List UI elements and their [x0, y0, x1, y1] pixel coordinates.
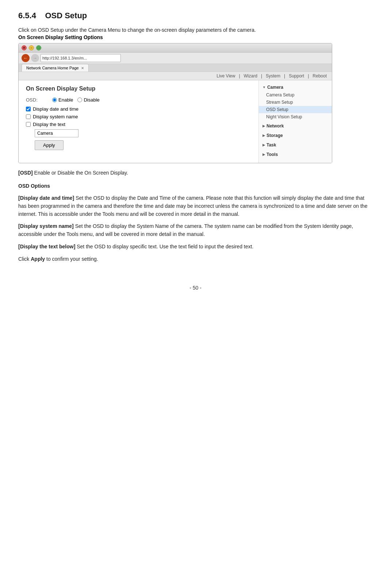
display-text-text: Set the OSD to display specific text. Us… [77, 244, 253, 249]
sidebar-tools-header[interactable]: ▶ Tools [259, 150, 332, 159]
sidebar-camera-header[interactable]: ▼ Camera [259, 83, 332, 91]
nav-sep4: | [308, 73, 309, 79]
checkbox-system-row[interactable]: Display system name [26, 114, 251, 119]
content-panel: On Screen Display Setup OSD: Enable Disa… [19, 80, 259, 163]
sidebar-item-camera-setup[interactable]: Camera Setup [259, 91, 332, 99]
sidebar-storage-section: ▶ Storage [259, 131, 332, 140]
camera-arrow-icon: ▼ [262, 85, 266, 89]
nav-sep3: | [284, 73, 285, 79]
apply-text2: to confirm your setting. [46, 256, 98, 262]
display-date-label: [Display date and time] [18, 195, 74, 201]
disable-option[interactable]: Disable [77, 97, 99, 103]
disable-label: Disable [84, 97, 99, 103]
nav-sep1: | [239, 73, 240, 79]
intro-line1: Click on OSD Setup under the Camera Menu… [18, 27, 373, 33]
sidebar-item-osd-setup[interactable]: OSD Setup [259, 106, 332, 113]
section-heading: 6.5.4 OSD Setup [18, 11, 373, 20]
intro-line2: On Screen Display Setting Options [18, 34, 373, 40]
nav-sep2: | [261, 73, 262, 79]
sidebar-storage-header[interactable]: ▶ Storage [259, 131, 332, 140]
apply-text: Click [18, 256, 31, 262]
checkbox-text[interactable] [26, 122, 31, 127]
osd-options-section: OSD Options [Display date and time] Set … [18, 182, 373, 263]
checkbox-system-label: Display system name [33, 114, 78, 119]
sidebar-camera-section: ▼ Camera Camera Setup Stream Setup OSD S… [259, 83, 332, 121]
display-system-para: [Display system name] Set the OSD to dis… [18, 222, 373, 238]
osd-options-title: OSD Options [18, 183, 50, 189]
apply-instruction: Click Apply to confirm your setting. [18, 255, 373, 263]
enable-label: Enable [58, 97, 73, 103]
sidebar-network-header[interactable]: ▶ Network [259, 122, 332, 130]
osd-radio-group: Enable Disable [52, 97, 100, 103]
osd-form: OSD: Enable Disable [26, 97, 251, 150]
browser-titlebar: ✕ − □ [19, 43, 332, 53]
doc-area: [OSD] Enable or Disable the On Screen Di… [18, 169, 373, 263]
checkbox-system[interactable] [26, 114, 31, 119]
checkbox-date[interactable] [26, 107, 31, 111]
osd-intro-section: [OSD] Enable or Disable the On Screen Di… [18, 169, 373, 177]
osd-bracket: [OSD] [18, 170, 33, 176]
osd-intro-text: Enable or Disable the On Screen Display. [34, 170, 128, 176]
sidebar-tools-title: Tools [267, 152, 278, 157]
nav-liveview[interactable]: Live View [216, 73, 235, 79]
enable-radio[interactable] [52, 98, 57, 102]
sidebar-network-section: ▶ Network [259, 122, 332, 130]
checkbox-text-label: Display the text [33, 122, 65, 127]
browser-window: ✕ − □ ← → http://192.168.1.3/en/m... Net… [18, 43, 332, 163]
address-bar[interactable]: http://192.168.1.3/en/m... [41, 54, 121, 62]
osd-label: OSD: [26, 97, 48, 103]
display-date-para: [Display date and time] Set the OSD to d… [18, 194, 373, 218]
minimize-button[interactable]: − [29, 45, 34, 50]
sidebar-item-stream-setup[interactable]: Stream Setup [259, 99, 332, 106]
page-top-nav: Live View | Wizard | System | Support | … [19, 72, 332, 80]
sidebar-tools-section: ▶ Tools [259, 150, 332, 159]
osd-row: OSD: Enable Disable [26, 97, 251, 103]
apply-button[interactable]: Apply [35, 140, 64, 150]
tab-bar: Network Camera Home Page ✕ [19, 64, 332, 72]
tab-title: Network Camera Home Page [26, 66, 79, 70]
enable-option[interactable]: Enable [52, 97, 73, 103]
maximize-button[interactable]: □ [36, 45, 41, 50]
nav-reboot[interactable]: Reboot [313, 73, 327, 79]
task-arrow-icon: ▶ [262, 143, 265, 147]
sidebar-network-title: Network [267, 123, 284, 129]
browser-tab[interactable]: Network Camera Home Page ✕ [22, 64, 89, 72]
forward-button[interactable]: → [31, 54, 39, 62]
text-input[interactable] [35, 129, 78, 137]
checkbox-date-label: Display date and time [33, 106, 78, 112]
browser-nav: ← → http://192.168.1.3/en/m... [19, 53, 332, 64]
sidebar-camera-title: Camera [267, 85, 283, 90]
section-title: OSD Setup [45, 11, 87, 20]
disable-radio[interactable] [77, 98, 82, 102]
apply-bold: Apply [31, 256, 45, 262]
sidebar-panel: ▼ Camera Camera Setup Stream Setup OSD S… [259, 80, 332, 163]
checkbox-date-row[interactable]: Display date and time [26, 106, 251, 112]
nav-wizard[interactable]: Wizard [244, 73, 257, 79]
nav-system[interactable]: System [266, 73, 280, 79]
storage-arrow-icon: ▶ [262, 134, 265, 137]
nav-support[interactable]: Support [289, 73, 304, 79]
apply-button-row: Apply [26, 137, 251, 150]
page-number: - 50 - [189, 285, 202, 291]
close-button[interactable]: ✕ [22, 45, 27, 50]
sidebar-task-title: Task [267, 142, 276, 148]
address-text: http://192.168.1.3/en/m... [42, 56, 87, 60]
sidebar-storage-title: Storage [267, 133, 283, 138]
back-button[interactable]: ← [22, 54, 30, 62]
tab-close-icon[interactable]: ✕ [81, 66, 84, 70]
tools-arrow-icon: ▶ [262, 153, 265, 156]
display-text-label: [Display the text below] [18, 244, 75, 249]
section-number: 6.5.4 [18, 11, 36, 20]
checkbox-text-row[interactable]: Display the text [26, 122, 251, 127]
form-heading: On Screen Display Setup [26, 85, 251, 92]
sidebar-task-section: ▶ Task [259, 141, 332, 149]
browser-content: On Screen Display Setup OSD: Enable Disa… [19, 80, 332, 163]
display-system-label: [Display system name] [18, 223, 74, 229]
display-text-para: [Display the text below] Set the OSD to … [18, 243, 373, 251]
network-arrow-icon: ▶ [262, 124, 265, 128]
page-footer: - 50 - [18, 285, 373, 291]
sidebar-item-night-vision[interactable]: Night Vision Setup [259, 113, 332, 121]
sidebar-task-header[interactable]: ▶ Task [259, 141, 332, 149]
